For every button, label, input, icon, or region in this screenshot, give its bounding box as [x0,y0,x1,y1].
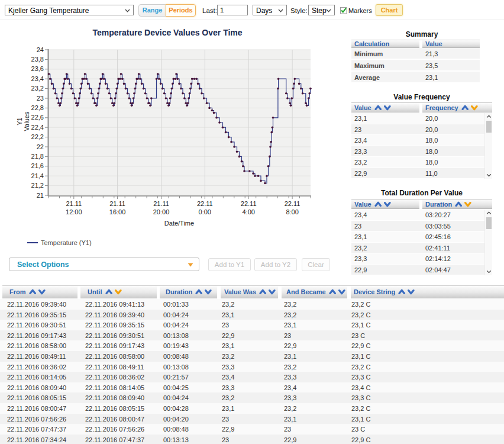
svg-text:23,6: 23,6 [31,65,44,72]
svg-text:24: 24 [37,46,44,53]
svg-text:23: 23 [37,95,44,102]
svg-text:22,2: 22,2 [31,133,44,140]
svg-text:Values: Values [23,111,30,131]
svg-text:Y1: Y1 [16,117,23,125]
svg-text:Temperature (Y1): Temperature (Y1) [41,239,92,246]
svg-text:20:00: 20:00 [153,208,170,215]
svg-text:21.11: 21.11 [109,200,125,207]
svg-text:12:00: 12:00 [66,208,82,215]
svg-text:8:00: 8:00 [286,208,298,215]
svg-text:22,6: 22,6 [31,114,44,121]
svg-text:21,4: 21,4 [31,172,44,179]
svg-text:23,8: 23,8 [31,56,44,63]
svg-text:23,4: 23,4 [31,75,44,82]
svg-text:21.11: 21.11 [153,200,169,207]
svg-text:4:00: 4:00 [242,208,254,215]
svg-text:21,6: 21,6 [31,162,44,169]
svg-text:21.11: 21.11 [66,200,82,207]
svg-text:Date/Time: Date/Time [164,220,194,227]
svg-text:22,4: 22,4 [31,124,44,131]
svg-text:22,8: 22,8 [31,104,44,111]
svg-text:22.11: 22.11 [197,200,213,207]
svg-text:23,2: 23,2 [31,85,44,92]
svg-text:16:00: 16:00 [109,208,126,215]
svg-text:0:00: 0:00 [199,208,211,215]
svg-text:22.11: 22.11 [241,200,257,207]
svg-text:21,8: 21,8 [31,153,44,160]
svg-text:22.11: 22.11 [285,200,301,207]
svg-text:22: 22 [37,143,44,150]
svg-text:21: 21 [37,192,44,199]
svg-text:21,2: 21,2 [31,182,44,189]
